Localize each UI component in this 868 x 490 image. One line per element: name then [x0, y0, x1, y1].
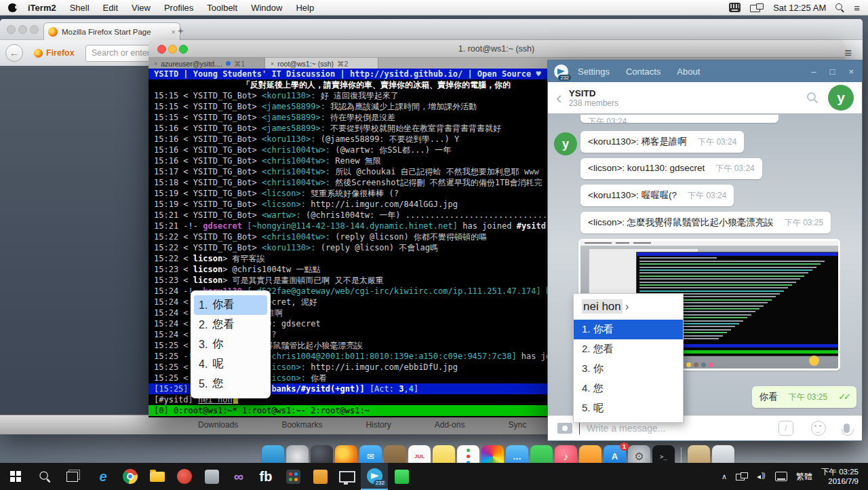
taskbar-app-redapp[interactable] [171, 463, 198, 490]
hidden-icons-chevron[interactable]: ∧ [722, 472, 727, 481]
touch-keyboard-icon[interactable] [775, 472, 787, 481]
ime-candidate-2[interactable]: 2.您看 [194, 315, 267, 335]
taskbar-app-vs[interactable]: ∞ [225, 463, 252, 490]
displays-icon[interactable] [750, 3, 764, 12]
taskbar-app-telegram[interactable]: 232 [361, 463, 388, 490]
firefox-menu-button[interactable]: Firefox [28, 46, 80, 60]
start-page-link-downloads[interactable]: Downloads [198, 420, 238, 430]
menu-item-profiles[interactable]: Profiles [164, 3, 193, 13]
windows-ime-candidate-window: nei hon› 1. 你看2. 您看3. 你4. 您5. 呢 [573, 293, 684, 423]
minimize-icon[interactable]: – [811, 67, 816, 77]
search-icon [39, 471, 50, 482]
taskbar-app-explorer[interactable] [144, 463, 171, 490]
ime-candidate-1[interactable]: 1.你看 [194, 295, 267, 315]
notification-center-icon[interactable]: ≡ [854, 3, 860, 13]
menu-item-shell[interactable]: Shell [70, 3, 90, 13]
search-icon[interactable] [806, 92, 818, 104]
system-tray: ∧ 繁體 下午 03:25 2016/7/9 [722, 467, 868, 486]
microphone-icon[interactable] [844, 423, 850, 433]
taskbar-app-greenapp[interactable] [388, 463, 415, 490]
ime-candidate-4[interactable]: 4.呢 [194, 354, 267, 374]
network-icon[interactable] [736, 472, 748, 480]
spotlight-search-icon[interactable] [835, 3, 844, 12]
bot-command-icon[interactable]: / [778, 421, 793, 436]
ime-candidate-3[interactable]: 3. 你 [574, 359, 683, 379]
iterm-tab-1[interactable]: × azureuser@ysitd.... ⌘1 [149, 58, 265, 69]
back-button[interactable]: ← [5, 44, 23, 62]
start-page-link-add-ons[interactable]: Add-ons [435, 420, 465, 430]
menu-item-toolbelt[interactable]: Toolbelt [207, 3, 237, 13]
chat-members-count: 238 members [569, 98, 618, 108]
firefox-zoom-button[interactable] [30, 25, 39, 34]
ime-candidate-1[interactable]: 1. 你看 [574, 320, 683, 339]
ime-candidate-4[interactable]: 4. 您 [574, 379, 683, 398]
ime-candidate-5[interactable]: 5. 呢 [574, 398, 683, 418]
minimize-button[interactable] [168, 45, 177, 54]
telegram-menu-contacts[interactable]: Contacts [626, 67, 660, 77]
input-method-icon[interactable] [729, 3, 741, 12]
ime-candidate-2[interactable]: 2. 您看 [574, 339, 683, 359]
chat-avatar[interactable]: y [828, 85, 854, 111]
taskbar-clock[interactable]: 下午 03:25 2016/7/9 [821, 467, 861, 486]
new-tab-button[interactable]: + [178, 25, 184, 35]
chat-header[interactable]: ‹ YSITD 238 members y [548, 82, 862, 114]
start-page-link-sync[interactable]: Sync [508, 420, 526, 430]
chat-bubble: <licson>: 怎麼我覺得鼠鬚管比起小狼毫漂亮誒下午 03:25 [580, 212, 831, 233]
message-time: 下午 03:25 [789, 392, 827, 403]
read-checkmarks-icon: ✓✓ [838, 392, 849, 402]
menu-bar-clock[interactable]: Sat 12:25 AM [773, 3, 826, 13]
taskbar-app-officebox[interactable] [307, 463, 334, 490]
menu-item-iterm2[interactable]: iTerm2 [28, 3, 56, 13]
start-page-link-history[interactable]: History [366, 420, 391, 430]
start-page-link-bookmarks[interactable]: Bookmarks [281, 420, 322, 430]
menu-item-help[interactable]: Help [296, 3, 314, 13]
apple-logo-icon[interactable] [8, 3, 17, 12]
attach-camera-icon[interactable] [557, 423, 572, 434]
message-time: 下午 03:24 [715, 163, 754, 174]
tab-close-icon[interactable]: × [271, 60, 274, 67]
emoji-icon[interactable] [811, 421, 826, 436]
telegram-title-bar[interactable]: 232 SettingsContactsAbout – □ × [548, 60, 862, 82]
firefox-close-button[interactable] [7, 25, 16, 34]
telegram-menu-about[interactable]: About [677, 67, 700, 77]
firefox-tab-bar: Mozilla Firefox Start Page × + [0, 19, 863, 40]
volume-icon[interactable] [757, 472, 766, 481]
taskbar-app-utility[interactable] [198, 463, 225, 490]
windows-logo-icon [10, 471, 21, 482]
menu-item-window[interactable]: Window [251, 3, 282, 13]
telegram-menu-settings[interactable]: Settings [578, 67, 610, 77]
sender-avatar: y [554, 132, 577, 155]
window-title: 1. root@ws1:~ (ssh) [458, 44, 534, 54]
start-button[interactable] [0, 463, 31, 490]
macos-menu-bar: iTerm2ShellEditViewProfilesToolbeltWindo… [0, 0, 868, 16]
back-chevron-icon[interactable]: ‹ [556, 89, 562, 107]
close-icon[interactable]: × [848, 67, 854, 77]
activity-dot [226, 61, 231, 66]
ime-candidate-3[interactable]: 3.你 [194, 335, 267, 354]
firefox-tab[interactable]: Mozilla Firefox Start Page × [43, 22, 180, 40]
expand-arrow-icon[interactable]: › [625, 300, 629, 313]
taskbar-app-foobar[interactable]: fb [252, 463, 279, 490]
iterm-tab-2[interactable]: × root@ws1:~ (ssh) ⌘2 [265, 58, 378, 69]
tab-close-icon[interactable]: × [154, 60, 157, 67]
ime-candidate-5[interactable]: 5.您 [194, 374, 267, 394]
tab-label: azureuser@ysitd.... [161, 60, 222, 68]
task-view-button[interactable] [58, 472, 85, 482]
zoom-button[interactable] [179, 45, 188, 54]
taskbar-apps: e∞fb232 [90, 463, 415, 490]
menu-item-edit[interactable]: Edit [103, 3, 118, 13]
taskbar-app-grid[interactable] [279, 463, 307, 490]
taskbar-app-edge[interactable]: e [90, 463, 117, 490]
taskbar-app-monitor[interactable] [334, 463, 361, 490]
close-button[interactable] [157, 45, 166, 54]
message-row: <licson>: 怎麼我覺得鼠鬚管比起小狼毫漂亮誒下午 03:25 [548, 206, 862, 233]
message-input-placeholder[interactable]: Write a message... [587, 423, 665, 434]
menu-item-view[interactable]: View [132, 3, 151, 13]
firefox-minimize-button[interactable] [18, 25, 27, 34]
ime-language-indicator[interactable]: 繁體 [796, 471, 812, 483]
tab-close-icon[interactable]: × [172, 28, 176, 36]
iterm-title-bar[interactable]: 1. root@ws1:~ (ssh) [149, 40, 844, 58]
taskbar-app-chrome[interactable] [117, 463, 144, 490]
maximize-icon[interactable]: □ [830, 67, 835, 77]
taskbar-search-button[interactable] [31, 472, 58, 481]
